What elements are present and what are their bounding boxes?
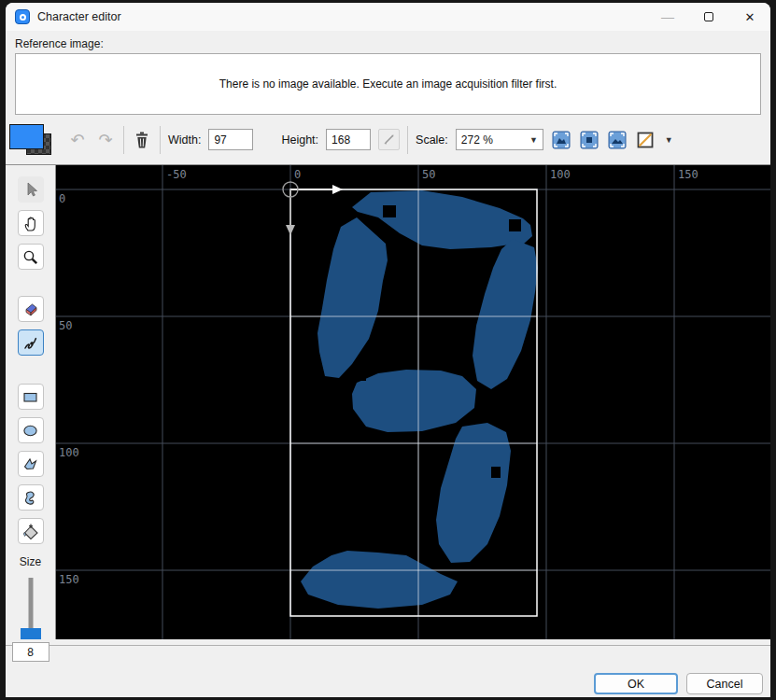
width-label: Width: bbox=[168, 133, 201, 147]
ok-button[interactable]: OK bbox=[594, 673, 678, 694]
zoom-fill-button[interactable] bbox=[607, 130, 628, 150]
ruler-label-left: 50 bbox=[59, 319, 72, 332]
minimize-button[interactable]: — bbox=[647, 3, 688, 31]
freeform-region-icon bbox=[21, 489, 39, 507]
scale-label: Scale: bbox=[416, 133, 448, 147]
size-value-input[interactable] bbox=[12, 642, 49, 662]
tool-rectangle-button[interactable] bbox=[18, 384, 44, 410]
tool-eraser-button[interactable] bbox=[18, 296, 44, 322]
magnifier-icon bbox=[21, 248, 39, 266]
separator bbox=[160, 126, 161, 154]
chevron-down-icon: ▼ bbox=[529, 135, 538, 145]
tool-strip: Size bbox=[6, 165, 56, 639]
foreground-color-swatch bbox=[9, 124, 44, 149]
ruler-label-top: -50 bbox=[166, 168, 187, 181]
dialog-footer: OK Cancel bbox=[6, 645, 770, 694]
canvas-drawing[interactable]: -50050100150050100150 bbox=[56, 165, 770, 639]
tool-fill-button[interactable] bbox=[18, 518, 44, 544]
size-slider[interactable] bbox=[20, 578, 42, 639]
separator bbox=[407, 126, 408, 154]
resize-link-button[interactable] bbox=[378, 129, 400, 150]
ruler-label-top: 100 bbox=[550, 168, 571, 181]
freehand-squiggle-icon bbox=[21, 334, 39, 352]
tool-ellipse-button[interactable] bbox=[18, 417, 44, 443]
digit-notch bbox=[509, 219, 521, 231]
slider-thumb[interactable] bbox=[21, 628, 41, 639]
scale-value: 272 % bbox=[461, 133, 529, 147]
window-title: Character editor bbox=[37, 10, 121, 23]
character-canvas[interactable]: -50050100150050100150 bbox=[56, 165, 770, 639]
ruler-label-top: 0 bbox=[294, 168, 301, 181]
zoom-original-button[interactable] bbox=[579, 130, 600, 150]
zoom-original-icon bbox=[580, 131, 599, 149]
maximize-icon bbox=[704, 12, 713, 21]
chevron-down-icon: ▼ bbox=[665, 135, 673, 145]
diagonal-resize-icon bbox=[383, 133, 395, 146]
zoom-to-fit-icon bbox=[552, 131, 571, 149]
ruler-label-left: 0 bbox=[59, 192, 65, 205]
paint-bucket-icon bbox=[21, 523, 39, 540]
character-editor-dialog: Character editor — ✕ Reference image: Th… bbox=[6, 3, 770, 697]
titlebar: Character editor — ✕ bbox=[6, 3, 770, 31]
rectangle-icon bbox=[21, 388, 39, 406]
ruler-label-left: 150 bbox=[59, 573, 79, 586]
clear-button[interactable] bbox=[132, 130, 152, 150]
separator bbox=[123, 126, 124, 154]
ruler-label-top: 150 bbox=[678, 168, 698, 181]
editor-main: Size -50050100150050100150 bbox=[6, 165, 770, 639]
redo-button[interactable]: ↷ bbox=[95, 130, 116, 150]
tool-region-button[interactable] bbox=[18, 484, 44, 511]
toolbar: ↶ ↷ Width: Height: Scale: bbox=[6, 115, 770, 165]
cancel-button[interactable]: Cancel bbox=[686, 673, 763, 694]
size-panel: Size bbox=[6, 555, 55, 662]
tool-pan-button[interactable] bbox=[18, 210, 44, 236]
ellipse-icon bbox=[21, 422, 39, 440]
tool-freehand-button[interactable] bbox=[18, 329, 44, 356]
width-input[interactable] bbox=[208, 129, 253, 150]
height-label: Height: bbox=[281, 133, 318, 147]
reference-image-panel: There is no image available. Execute an … bbox=[15, 53, 761, 115]
no-image-message: There is no image available. Execute an … bbox=[219, 77, 557, 91]
close-button[interactable]: ✕ bbox=[729, 3, 770, 31]
tool-zoom-button[interactable] bbox=[18, 244, 44, 270]
no-background-icon bbox=[636, 131, 655, 149]
slider-track bbox=[28, 578, 33, 634]
scale-combobox[interactable]: 272 % ▼ bbox=[456, 129, 543, 150]
eraser-icon bbox=[21, 301, 39, 318]
digit-notch bbox=[491, 467, 501, 478]
trash-icon bbox=[134, 131, 150, 149]
polygon-icon bbox=[21, 455, 39, 473]
size-label: Size bbox=[20, 555, 41, 568]
ruler-label-top: 50 bbox=[422, 168, 435, 181]
maximize-button[interactable] bbox=[688, 3, 729, 31]
digit-notch bbox=[358, 372, 366, 381]
tool-select-button[interactable] bbox=[18, 176, 44, 203]
background-pattern-button[interactable] bbox=[635, 130, 656, 150]
ruler-label-left: 100 bbox=[59, 446, 79, 459]
zoom-fill-icon bbox=[608, 131, 627, 149]
reference-image-label: Reference image: bbox=[6, 31, 770, 53]
digit-notch bbox=[383, 205, 396, 217]
zoom-to-fit-button[interactable] bbox=[551, 130, 571, 150]
color-swatch-button[interactable] bbox=[7, 121, 52, 159]
app-icon bbox=[15, 9, 30, 24]
height-input[interactable] bbox=[326, 129, 371, 150]
undo-button[interactable]: ↶ bbox=[67, 130, 88, 150]
tool-polygon-button[interactable] bbox=[18, 451, 44, 477]
hand-icon bbox=[21, 215, 39, 232]
cursor-arrow-icon bbox=[22, 181, 39, 198]
